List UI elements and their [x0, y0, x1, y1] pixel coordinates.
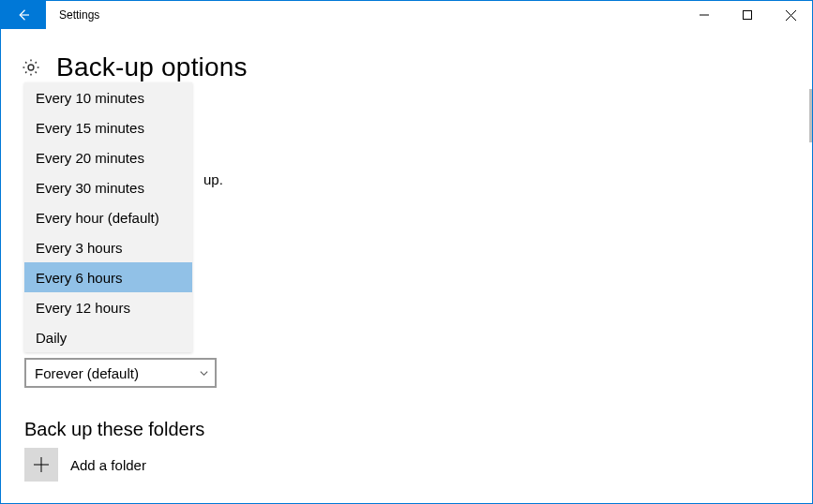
gear-icon — [21, 57, 41, 78]
frequency-option[interactable]: Every 30 minutes — [24, 172, 192, 202]
frequency-option[interactable]: Every hour (default) — [24, 202, 192, 232]
frequency-option[interactable]: Every 20 minutes — [24, 142, 192, 172]
frequency-option[interactable]: Daily — [24, 322, 192, 352]
svg-point-1 — [28, 65, 34, 70]
frequency-dropdown: Every 10 minutesEvery 15 minutesEvery 20… — [24, 82, 192, 352]
window-controls — [683, 1, 812, 29]
frequency-option[interactable]: Every 3 hours — [24, 232, 192, 262]
main-area: up. Forever (default) Back up these fold… — [1, 82, 812, 112]
scrollbar-thumb[interactable] — [809, 89, 812, 142]
frequency-option[interactable]: Every 6 hours — [24, 262, 192, 292]
frequency-option[interactable]: Every 15 minutes — [24, 112, 192, 142]
add-folder-button[interactable]: Add a folder — [24, 448, 146, 482]
window-title: Settings — [46, 1, 99, 29]
back-button[interactable] — [1, 1, 46, 29]
maximize-button[interactable] — [726, 1, 769, 29]
content: Back-up options up. Forever (default) Ba… — [1, 29, 812, 112]
frequency-option[interactable]: Every 12 hours — [24, 292, 192, 322]
add-folder-label: Add a folder — [70, 457, 146, 473]
frequency-option[interactable]: Every 10 minutes — [24, 82, 192, 112]
svg-rect-0 — [744, 11, 752, 20]
close-button[interactable] — [769, 1, 812, 29]
page-title: Back-up options — [56, 52, 248, 82]
chevron-down-icon — [199, 365, 209, 381]
minimize-button[interactable] — [683, 1, 726, 29]
partial-text: up. — [203, 171, 223, 187]
section-heading: Back up these folders — [24, 419, 204, 440]
title-spacer — [99, 1, 683, 29]
plus-icon — [24, 448, 58, 482]
combo-value: Forever (default) — [35, 365, 139, 381]
keep-backups-combo[interactable]: Forever (default) — [24, 358, 217, 388]
page-header: Back-up options — [1, 29, 812, 82]
title-bar: Settings — [1, 1, 812, 29]
